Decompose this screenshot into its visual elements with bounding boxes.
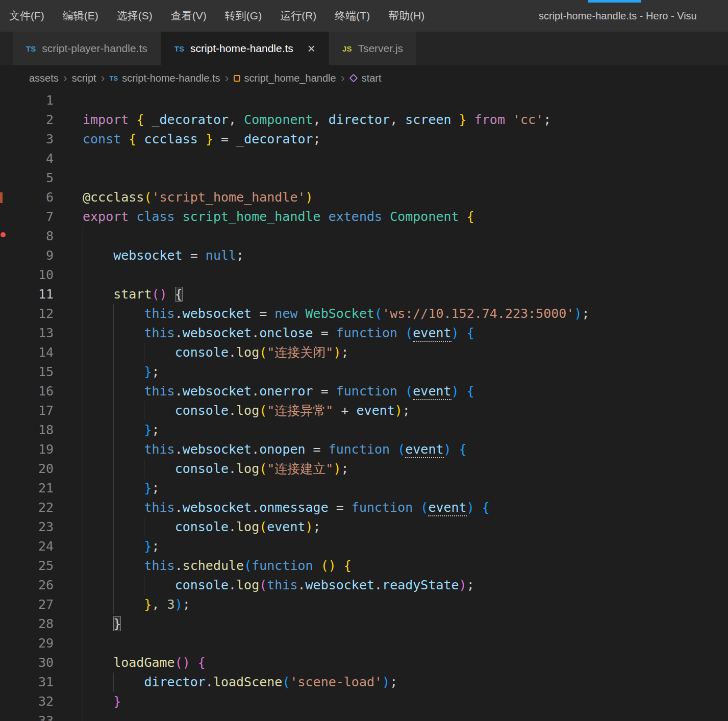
- code-line[interactable]: };: [83, 362, 728, 382]
- line-number[interactable]: 26: [0, 576, 54, 595]
- indent-guide: [113, 595, 114, 614]
- code-text: websocket = null;: [83, 248, 244, 263]
- line-number[interactable]: 23: [0, 517, 54, 537]
- code-line[interactable]: start() {: [83, 285, 728, 304]
- line-number[interactable]: 16: [0, 382, 54, 401]
- code-line[interactable]: [83, 149, 728, 168]
- line-number[interactable]: 1: [0, 91, 54, 110]
- code-line[interactable]: @ccclass('script_home_handle'): [83, 188, 728, 207]
- line-number[interactable]: 4: [0, 149, 54, 168]
- menu-view[interactable]: 查看(V): [162, 0, 216, 32]
- line-number[interactable]: 13: [0, 324, 54, 343]
- indent-guide: [83, 420, 83, 440]
- menu-run[interactable]: 运行(R): [271, 0, 325, 32]
- code-line[interactable]: }, 3);: [83, 595, 728, 614]
- breadcrumb-label: script_home_handle: [244, 72, 336, 84]
- menu-go[interactable]: 转到(G): [216, 0, 271, 32]
- code-line[interactable]: [83, 265, 728, 285]
- breadcrumb-item-file[interactable]: TS script-home-handle.ts: [110, 72, 220, 84]
- code-editor[interactable]: 1234567891011121314151617181920212223242…: [0, 91, 728, 721]
- indent-guide: [83, 576, 83, 595]
- code-text: this.websocket = new WebSocket('ws://10.…: [83, 306, 590, 321]
- close-icon[interactable]: ×: [308, 42, 315, 55]
- line-number[interactable]: 10: [0, 265, 54, 285]
- code-line[interactable]: loadGame() {: [83, 653, 728, 673]
- indent-guide: [83, 479, 83, 498]
- code-line[interactable]: console.log(event);: [83, 517, 728, 537]
- code-line[interactable]: console.log("连接建立");: [83, 459, 728, 479]
- line-number[interactable]: 24: [0, 537, 54, 556]
- line-number[interactable]: 33: [0, 711, 54, 721]
- code-line[interactable]: this.websocket.onclose = function (event…: [83, 324, 728, 343]
- code-line[interactable]: };: [83, 537, 728, 556]
- code-line[interactable]: import { _decorator, Component, director…: [83, 110, 728, 130]
- breadcrumb-item-method[interactable]: start: [349, 72, 382, 84]
- line-number[interactable]: 12: [0, 304, 54, 324]
- line-number[interactable]: 19: [0, 440, 54, 459]
- indent-guide: [113, 673, 114, 692]
- code-line[interactable]: console.log("连接异常" + event);: [83, 401, 728, 420]
- code-line[interactable]: this.websocket.onmessage = function (eve…: [83, 498, 728, 517]
- code-line[interactable]: };: [83, 479, 728, 498]
- code-line[interactable]: [83, 711, 728, 721]
- code-line[interactable]: console.log(this.websocket.readyState);: [83, 576, 728, 595]
- line-number[interactable]: 20: [0, 459, 54, 479]
- breadcrumb-item-script[interactable]: script: [72, 72, 96, 84]
- indent-guide: [113, 576, 114, 595]
- line-number[interactable]: 22: [0, 498, 54, 517]
- code-line[interactable]: [83, 168, 728, 188]
- code-line[interactable]: };: [83, 420, 728, 440]
- line-number[interactable]: 6: [0, 188, 54, 207]
- line-number[interactable]: 30: [0, 653, 54, 673]
- breadcrumb-label: script-home-handle.ts: [122, 72, 220, 84]
- line-number[interactable]: 3: [0, 130, 54, 149]
- breadcrumb-item-assets[interactable]: assets: [29, 72, 59, 84]
- code-line[interactable]: [83, 91, 728, 110]
- tab-script-home-handle[interactable]: TS script-home-handle.ts ×: [161, 32, 329, 65]
- code-line[interactable]: }: [83, 614, 728, 634]
- breadcrumb-item-class[interactable]: script_home_handle: [234, 72, 336, 84]
- menu-file[interactable]: 文件(F): [0, 0, 54, 32]
- code-line[interactable]: const { ccclass } = _decorator;: [83, 130, 728, 149]
- code-line[interactable]: this.websocket.onopen = function (event)…: [83, 440, 728, 459]
- code-line[interactable]: this.schedule(function () {: [83, 556, 728, 576]
- code-line[interactable]: websocket = null;: [83, 246, 728, 265]
- menu-help[interactable]: 帮助(H): [379, 0, 434, 32]
- line-number[interactable]: 32: [0, 692, 54, 711]
- line-number[interactable]: 31: [0, 673, 54, 692]
- line-number[interactable]: 11: [0, 285, 54, 304]
- code-line[interactable]: director.loadScene('scene-load');: [83, 673, 728, 692]
- line-number[interactable]: 25: [0, 556, 54, 576]
- code-line[interactable]: export class script_home_handle extends …: [83, 207, 728, 227]
- line-number[interactable]: 2: [0, 110, 54, 130]
- line-number[interactable]: 9: [0, 246, 54, 265]
- indent-guide: [113, 401, 114, 420]
- line-number[interactable]: 18: [0, 420, 54, 440]
- code-text: this.websocket.onmessage = function (eve…: [83, 500, 490, 516]
- line-number[interactable]: 27: [0, 595, 54, 614]
- typescript-file-icon: TS: [174, 44, 184, 53]
- tab-script-player-handle[interactable]: TS script-player-handle.ts: [13, 32, 161, 65]
- code-text: loadGame() {: [83, 655, 206, 670]
- line-number[interactable]: 7: [0, 207, 54, 227]
- chevron-right-icon: ›: [101, 72, 105, 84]
- line-number[interactable]: 15: [0, 362, 54, 382]
- line-number[interactable]: 8: [0, 227, 54, 246]
- code-line[interactable]: this.websocket.onerror = function (event…: [83, 382, 728, 401]
- code-line[interactable]: }: [83, 692, 728, 711]
- line-number[interactable]: 17: [0, 401, 54, 420]
- menu-terminal[interactable]: 终端(T): [325, 0, 379, 32]
- tab-tserver[interactable]: JS Tserver.js: [329, 32, 417, 65]
- code-line[interactable]: [83, 227, 728, 246]
- code-line[interactable]: console.log("连接关闭");: [83, 343, 728, 362]
- line-number[interactable]: 5: [0, 168, 54, 188]
- line-number[interactable]: 28: [0, 614, 54, 634]
- menu-edit[interactable]: 编辑(E): [54, 0, 108, 32]
- code-line[interactable]: this.websocket = new WebSocket('ws://10.…: [83, 304, 728, 324]
- menu-selection[interactable]: 选择(S): [108, 0, 162, 32]
- line-number[interactable]: 14: [0, 343, 54, 362]
- chevron-right-icon: ›: [225, 72, 229, 84]
- line-number[interactable]: 29: [0, 634, 54, 653]
- code-line[interactable]: [83, 634, 728, 653]
- line-number[interactable]: 21: [0, 479, 54, 498]
